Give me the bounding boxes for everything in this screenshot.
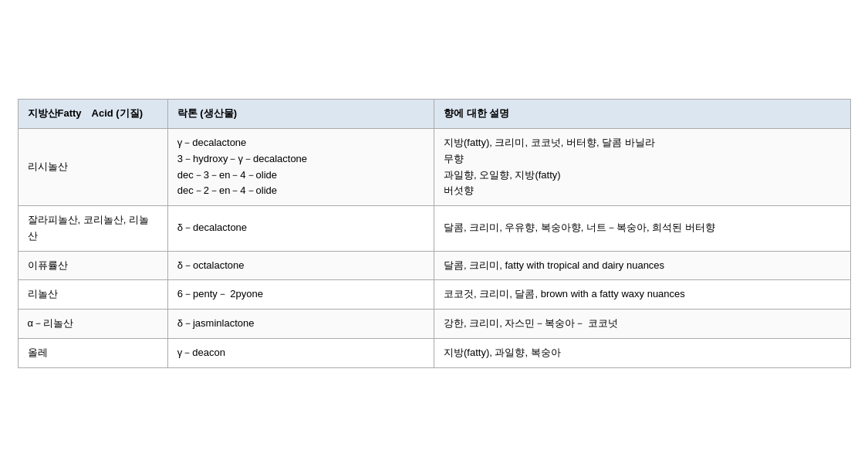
cell-description: 달콤, 크리미, fatty with tropical and dairy n…: [434, 251, 850, 280]
table-row: 잘라피놀산, 코리놀산, 리놀산δ－decalactone달콤, 크리미, 우유…: [18, 206, 850, 252]
cell-substrate: 잘라피놀산, 코리놀산, 리놀산: [18, 206, 167, 252]
cell-substrate: 리놀산: [18, 280, 167, 310]
cell-description: 강한, 크리미, 자스민－복숭아－ 코코넛: [434, 310, 850, 339]
table-row: 이퓨률산δ－octalactone달콤, 크리미, fatty with tro…: [18, 251, 850, 280]
table-row: α－리놀산δ－jasminlactone강한, 크리미, 자스민－복숭아－ 코코…: [18, 310, 850, 339]
cell-lactone: γ－decalactone 3－hydroxy－γ－decalactone de…: [167, 128, 434, 205]
header-col1: 지방산Fatty Acid (기질): [18, 100, 167, 129]
cell-substrate: α－리놀산: [18, 310, 167, 339]
cell-substrate: 올레: [18, 339, 167, 368]
cell-lactone: γ－deacon: [167, 339, 434, 368]
cell-description: 지방(fatty), 과일향, 복숭아: [434, 339, 850, 368]
cell-substrate: 이퓨률산: [18, 251, 167, 280]
header-col3: 향에 대한 설명: [434, 100, 850, 129]
cell-lactone: 6－penty－ 2pyone: [167, 280, 434, 310]
cell-lactone: δ－decalactone: [167, 206, 434, 252]
table-row: 올레γ－deacon지방(fatty), 과일향, 복숭아: [18, 339, 850, 368]
cell-description: 코코것, 크리미, 달콤, brown with a fatty waxy nu…: [434, 280, 850, 310]
cell-description: 달콤, 크리미, 우유향, 복숭아향, 너트－복숭아, 희석된 버터향: [434, 206, 850, 252]
cell-substrate: 리시놀산: [18, 128, 167, 205]
cell-lactone: δ－jasminlactone: [167, 310, 434, 339]
table-row: 리시놀산γ－decalactone 3－hydroxy－γ－decalacton…: [18, 128, 850, 205]
cell-lactone: δ－octalactone: [167, 251, 434, 280]
main-table-wrapper: 지방산Fatty Acid (기질) 락톤 (생산물) 향에 대한 설명 리시놀…: [18, 99, 851, 368]
fatty-acid-table: 지방산Fatty Acid (기질) 락톤 (생산물) 향에 대한 설명 리시놀…: [18, 99, 851, 368]
table-header-row: 지방산Fatty Acid (기질) 락톤 (생산물) 향에 대한 설명: [18, 100, 850, 129]
table-row: 리놀산6－penty－ 2pyone코코것, 크리미, 달콤, brown wi…: [18, 280, 850, 310]
cell-description: 지방(fatty), 크리미, 코코넛, 버터향, 달콤 바닐라 무향 과일향,…: [434, 128, 850, 205]
header-col2: 락톤 (생산물): [167, 100, 434, 129]
